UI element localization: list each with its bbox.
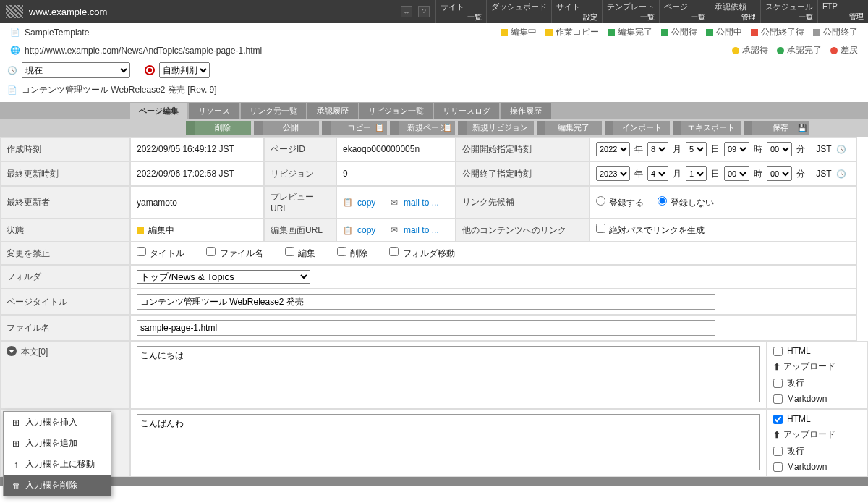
pagetitle-input[interactable] (137, 294, 715, 310)
filename-input[interactable] (137, 320, 715, 336)
start-month[interactable]: 8 (647, 142, 668, 156)
clock-icon[interactable] (836, 169, 846, 179)
md-check[interactable]: Markdown (773, 462, 827, 472)
delete-button[interactable]: 削除 (186, 121, 251, 135)
encoding-select[interactable]: 自動判別 (159, 62, 210, 78)
tab[interactable]: 操作履歴 (501, 103, 551, 119)
copy-icon (443, 123, 453, 132)
content-title: コンテンツ管理ツール WebRelease2 発売 [Rev. 9] (22, 84, 217, 96)
lock-edit[interactable]: 編集 (285, 247, 315, 260)
ctx-item[interactable]: 入力欄を上に移動 (4, 454, 111, 475)
start-hour[interactable]: 09 (724, 142, 749, 156)
topnav-item[interactable]: ダッシュボード (486, 0, 551, 23)
lock-del[interactable]: 削除 (337, 247, 367, 260)
tab[interactable]: リリースログ (434, 103, 499, 119)
created-label: 作成時刻 (0, 137, 130, 161)
preview-label: プレビューURL (264, 186, 336, 219)
abspath-check[interactable]: 絶対パスでリンクを生成 (596, 224, 705, 237)
time-select[interactable]: 現在 (22, 62, 130, 78)
page-url: http://www.example.com/NewsAndTopics/sam… (25, 46, 262, 56)
html-check[interactable]: HTML (773, 414, 811, 424)
start-day[interactable]: 5 (686, 142, 707, 156)
record-icon[interactable] (145, 65, 155, 75)
copy-button[interactable]: コピー (322, 121, 387, 135)
start-min[interactable]: 00 (767, 142, 792, 156)
help-icon[interactable] (418, 6, 430, 17)
folder-value: トップ/News & Topics (130, 265, 857, 289)
up-icon (11, 460, 21, 470)
lock-folder[interactable]: フォルダ移動 (389, 247, 454, 260)
tab[interactable]: リソース (189, 103, 239, 119)
newrev-button[interactable]: 新規リビジョン (458, 121, 534, 135)
app-logo (6, 5, 23, 18)
state-value: 編集中 (130, 219, 264, 242)
save-button[interactable]: 保存💾 (744, 121, 809, 135)
swap-icon[interactable] (401, 6, 412, 17)
mail-icon[interactable] (389, 225, 399, 235)
legend-item: 編集中 (501, 26, 537, 38)
clock-icon (7, 65, 17, 75)
save-icon: 💾 (798, 124, 807, 132)
lock-value: タイトル ファイル名 編集 削除 フォルダ移動 (130, 242, 857, 265)
url-row: http://www.example.com/NewsAndTopics/sam… (0, 41, 868, 59)
export-button[interactable]: エキスポート (673, 121, 741, 135)
end-day[interactable]: 1 (686, 166, 707, 181)
import-button[interactable]: インポート (605, 121, 670, 135)
reg-no[interactable]: 登録しない (658, 196, 714, 209)
copy-link[interactable]: copy (357, 198, 375, 208)
wrap-check[interactable]: 改行 (773, 377, 804, 389)
body-textarea-cell: こんばんわ (130, 409, 767, 477)
topnav-item[interactable]: テンプレート一覧 (602, 0, 659, 23)
topnav-item[interactable]: サイト一覧 (435, 0, 486, 23)
tab[interactable]: リンク元一覧 (241, 103, 306, 119)
end-hour[interactable]: 00 (724, 166, 749, 181)
editdone-button[interactable]: 編集完了 (537, 121, 602, 135)
md-check[interactable]: Markdown (773, 394, 827, 404)
end-min[interactable]: 00 (767, 166, 792, 181)
status-legend-1: SampleTemplate 編集中作業コピー編集完了公開待公開中公開終了待公開… (0, 23, 868, 41)
lock-file[interactable]: ファイル名 (206, 247, 263, 260)
tab[interactable]: ページ編集 (130, 103, 187, 119)
top-bar: www.example.com サイト一覧ダッシュボードサイト設定テンプレート一… (0, 0, 868, 23)
start-year[interactable]: 2022 (596, 142, 630, 156)
reg-yes[interactable]: 登録する (596, 196, 644, 209)
tab[interactable]: 承認履歴 (307, 103, 358, 119)
lock-title[interactable]: タイトル (137, 247, 184, 260)
copy-icon[interactable] (343, 198, 353, 208)
chevron-down-icon[interactable] (7, 346, 17, 356)
upload-button[interactable]: アップロード (773, 428, 835, 441)
publish-button[interactable]: 公開 (254, 121, 319, 135)
end-year[interactable]: 2023 (596, 166, 630, 181)
topnav-item[interactable]: 承認依頼管理 (710, 0, 760, 23)
newpage-button[interactable]: 新規ページ (390, 121, 455, 135)
copy-link[interactable]: copy (357, 225, 375, 235)
mail-link[interactable]: mail to ... (404, 225, 439, 235)
copy-icon[interactable] (343, 225, 353, 235)
mail-icon[interactable] (389, 198, 399, 208)
state-badge (137, 227, 144, 234)
topnav-item[interactable]: スケジュール一覧 (760, 0, 817, 23)
linkcand-value: 登録する 登録しない (590, 186, 857, 219)
body-textarea[interactable]: こんにちは (137, 346, 760, 402)
mail-link[interactable]: mail to ... (404, 198, 439, 208)
folder-select[interactable]: トップ/News & Topics (137, 270, 310, 284)
topnav-item[interactable]: FTP管理 (817, 0, 868, 23)
topnav-item[interactable]: サイト設定 (551, 0, 602, 23)
updater-value: yamamoto (130, 186, 264, 219)
ctx-item[interactable]: 入力欄を削除 (4, 475, 111, 486)
body-textarea-cell: こんにちは (130, 341, 767, 409)
end-month[interactable]: 4 (647, 166, 668, 181)
plus-icon (11, 439, 21, 449)
ctx-item[interactable]: 入力欄を挿入 (4, 412, 111, 433)
tab[interactable]: リビジョン一覧 (359, 103, 433, 119)
html-check[interactable]: HTML (773, 346, 811, 356)
wrap-check[interactable]: 改行 (773, 445, 804, 457)
ctx-item[interactable]: 入力欄を追加 (4, 433, 111, 454)
topnav-item[interactable]: ページ一覧 (659, 0, 710, 23)
folder-label: フォルダ (0, 265, 130, 289)
clock-icon[interactable] (836, 144, 846, 154)
body-label[interactable]: 本文[0] (0, 341, 130, 409)
bottom-bar (0, 477, 868, 486)
upload-button[interactable]: アップロード (773, 360, 835, 373)
body-textarea[interactable]: こんばんわ (137, 414, 760, 470)
